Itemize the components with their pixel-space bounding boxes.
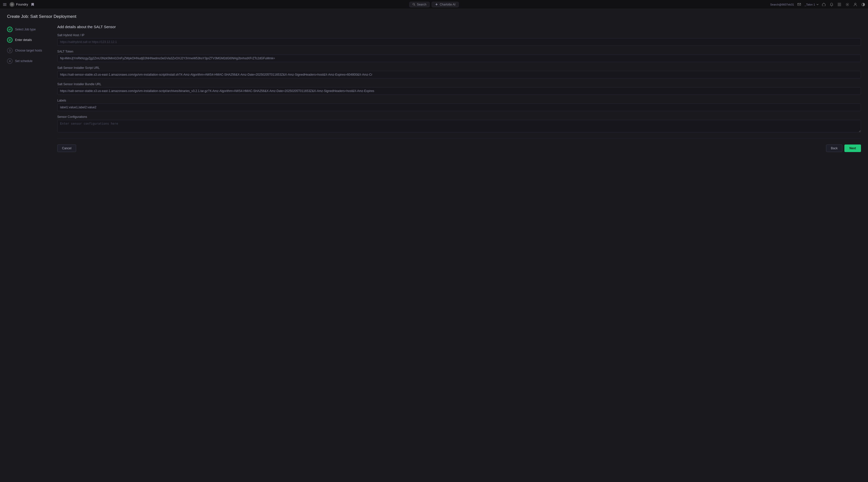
svg-point-5 xyxy=(413,3,415,5)
svg-point-4 xyxy=(11,4,13,5)
user-tag[interactable]: Search@6607eb31 xyxy=(770,3,794,6)
mail-icon-button[interactable] xyxy=(797,2,802,7)
menu-button[interactable] xyxy=(2,2,7,7)
search-button[interactable]: Search xyxy=(409,2,430,7)
svg-rect-2 xyxy=(3,5,6,6)
step-3-label: Choose target hosts xyxy=(15,49,42,52)
charlotte-label: Charlotte AI xyxy=(440,3,456,6)
foundry-logo: Foundry xyxy=(9,2,28,7)
label-sensor-configs: Sensor Configurations xyxy=(57,115,861,119)
input-labels[interactable] xyxy=(57,103,861,111)
topnav-center: Search Charlotte AI xyxy=(409,2,459,7)
svg-line-6 xyxy=(414,5,415,6)
back-button[interactable]: Back xyxy=(826,145,842,152)
svg-rect-0 xyxy=(3,3,6,4)
svg-rect-1 xyxy=(3,4,6,5)
step-3[interactable]: 3 Choose target hosts xyxy=(7,47,47,54)
topnav-right: Search@6607eb31 _Talon 1 xyxy=(770,2,866,7)
input-bundle-url[interactable] xyxy=(57,87,861,95)
chevron-down-icon xyxy=(816,3,818,5)
talon-label: _Talon 1 xyxy=(804,3,815,6)
field-labels: Labels xyxy=(57,99,861,111)
bookmark-button[interactable] xyxy=(30,2,35,7)
topnav-left: Foundry xyxy=(2,2,35,7)
step-4-label: Set schedule xyxy=(15,59,32,63)
topnav: Foundry Search Charlotte AI Search@6607e… xyxy=(0,0,868,9)
textarea-sensor-configs[interactable] xyxy=(57,120,861,132)
input-script-url[interactable] xyxy=(57,71,861,79)
charlotte-icon xyxy=(435,3,438,6)
svg-marker-7 xyxy=(435,3,438,6)
next-button[interactable]: Next xyxy=(844,145,861,152)
foundry-label: Foundry xyxy=(16,2,28,6)
field-salt-host: Salt Hybrid Host / IP xyxy=(57,33,861,46)
charlotte-button[interactable]: Charlotte AI xyxy=(432,2,459,7)
step-2-num: 2 xyxy=(9,38,10,41)
step-2-label: Enter details xyxy=(15,38,32,42)
svg-rect-10 xyxy=(838,4,841,5)
user-name: Search@6607eb31 xyxy=(770,3,794,6)
step-3-num: 3 xyxy=(9,49,10,52)
step-4[interactable]: 4 Set schedule xyxy=(7,57,47,65)
step-1[interactable]: Select Job type xyxy=(7,26,47,33)
btn-right: Back Next xyxy=(826,145,861,152)
field-sensor-configs: Sensor Configurations xyxy=(57,115,861,133)
field-salt-token: SALT Token xyxy=(57,50,861,62)
main-form: Add details about the SALT Sensor Salt H… xyxy=(57,25,861,152)
foundry-logo-icon xyxy=(9,2,14,7)
list-button[interactable] xyxy=(837,2,842,7)
label-script-url: Salt Sensor Installer Script URL xyxy=(57,66,861,70)
label-salt-host: Salt Hybrid Host / IP xyxy=(57,33,861,37)
button-row: Cancel Back Next xyxy=(57,145,861,152)
page: Create Job: Salt Sensor Deployment Selec… xyxy=(0,9,868,157)
cancel-button[interactable]: Cancel xyxy=(57,145,76,152)
field-bundle-url: Salt Sensor Installer Bundle URL xyxy=(57,83,861,95)
settings-button[interactable] xyxy=(845,2,850,7)
theme-button[interactable] xyxy=(861,2,866,7)
page-title: Create Job: Salt Sensor Deployment xyxy=(7,14,861,19)
step-2-circle: 2 xyxy=(7,37,12,43)
search-icon xyxy=(413,3,415,6)
label-salt-token: SALT Token xyxy=(57,50,861,53)
svg-rect-9 xyxy=(838,3,841,3)
divider xyxy=(57,138,861,139)
step-2[interactable]: 2 Enter details xyxy=(7,36,47,44)
step-4-circle: 4 xyxy=(7,58,12,64)
svg-point-13 xyxy=(855,3,856,4)
input-salt-host[interactable] xyxy=(57,38,861,46)
label-bundle-url: Salt Sensor Installer Bundle URL xyxy=(57,83,861,86)
input-salt-token[interactable] xyxy=(57,55,861,62)
svg-point-12 xyxy=(847,4,848,5)
checkmark-icon xyxy=(8,28,11,31)
step-1-label: Select Job type xyxy=(15,28,36,31)
user-button[interactable] xyxy=(853,2,858,7)
svg-rect-11 xyxy=(838,5,841,6)
label-labels: Labels xyxy=(57,99,861,102)
step-1-circle xyxy=(7,27,12,32)
search-label: Search xyxy=(417,3,427,6)
layout: Select Job type 2 Enter details 3 Choose… xyxy=(7,25,861,152)
steps-sidebar: Select Job type 2 Enter details 3 Choose… xyxy=(7,25,47,152)
bell-button[interactable] xyxy=(829,2,834,7)
talon-tag[interactable]: _Talon 1 xyxy=(804,3,818,6)
step-3-circle: 3 xyxy=(7,48,12,53)
step-4-num: 4 xyxy=(9,60,10,63)
home-button[interactable] xyxy=(821,2,827,7)
section-title: Add details about the SALT Sensor xyxy=(57,25,861,29)
field-script-url: Salt Sensor Installer Script URL xyxy=(57,66,861,79)
